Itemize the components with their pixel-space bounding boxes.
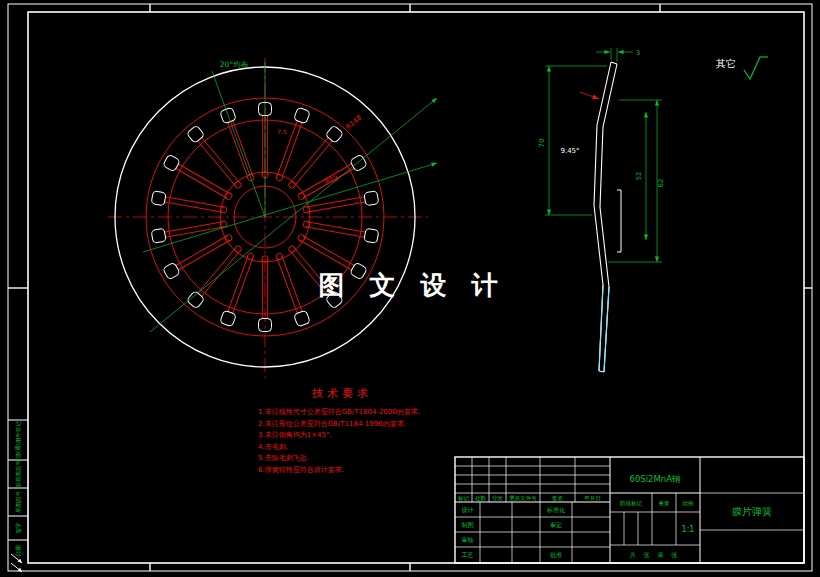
spring-slot <box>220 251 258 327</box>
spring-slot <box>163 154 235 203</box>
spring-slot <box>151 191 228 217</box>
profile-right-edge <box>600 64 617 372</box>
thickness-dim-label: 3 <box>636 49 640 57</box>
profile-left-edge <box>594 62 611 371</box>
watermark-text: 图 文 设 计 <box>318 270 505 300</box>
scale-value: 1:1 <box>682 525 695 534</box>
title-block: 60Si2MnA钢 膜片弹簧 1:1 标记 处数 分区 更改文件号 签名 年月日… <box>455 457 804 563</box>
approve-label: 批准 <box>550 551 562 559</box>
radius-dim-label: R52 <box>324 174 340 186</box>
stage-header: 重量 <box>659 500 671 506</box>
material-label: 60Si2MnA钢 <box>629 474 680 484</box>
width-dim-label: 7.5 <box>277 128 287 135</box>
cad-sheet: 借(通)用件登记 旧底图总号 底图总号 签字 日期 <box>0 0 820 577</box>
revision-header: 年月日 <box>584 495 601 502</box>
revision-header: 处数 <box>475 495 487 502</box>
stage-header: 比例 <box>683 500 694 507</box>
radius-dim-line <box>143 163 437 252</box>
surface-roughness-icon <box>744 57 768 79</box>
revision-header: 标记 <box>457 495 470 502</box>
spring-slot <box>272 251 310 327</box>
tech-requirement-item: 3.未注倒角均为1×45°. <box>258 430 332 439</box>
margin-strip-label: 借(通)用件登记 <box>14 421 22 459</box>
tech-requirement-item: 1.未注线性尺寸公差应符合GB/T1804-2000的要求. <box>258 407 420 416</box>
tech-requirement-item: 2.未注形位公差应符合GB/T1184-1996的要求. <box>258 419 406 428</box>
margin-strip-label: 底图总号 <box>15 491 22 514</box>
tech-requirement-item: 6.弹簧特性应符合设计要求. <box>258 465 344 474</box>
sign-label: 设计 <box>462 506 474 513</box>
spring-slot <box>272 107 310 183</box>
tech-requirement-item: 5.去除毛刺飞边. <box>258 454 309 462</box>
tech-requirements: 技术要求 1.未注线性尺寸公差应符合GB/T1804-2000的要求. 2.未注… <box>258 387 420 474</box>
outer-dim-label: 62 <box>657 179 665 188</box>
radius-dim-label: R148 <box>344 114 363 132</box>
spring-slot <box>163 231 235 280</box>
spring-slot <box>302 191 379 217</box>
height-dim-label: 70 <box>538 139 546 148</box>
margin-strip-label: 签字 <box>15 522 22 534</box>
side-view-section: 70 62 52 3 9.45° <box>538 48 665 372</box>
revision-header: 分区 <box>492 495 504 501</box>
front-view-diaphragm-spring: 20°均布 R148 R52 7.5 <box>108 58 437 378</box>
sheet-note: 共 张 第 张 <box>630 551 681 559</box>
approve-label: 审定 <box>550 521 562 529</box>
margin-strip-table: 借(通)用件登记 旧底图总号 底图总号 签字 日期 <box>8 420 28 557</box>
margin-strip-label: 旧底图总号 <box>15 460 22 488</box>
tech-requirement-item: 4.去毛刺. <box>258 443 288 451</box>
profile-highlight <box>599 285 603 371</box>
angle-dim-label: 20°均布 <box>220 60 249 69</box>
sign-label: 工艺 <box>462 551 474 558</box>
spring-slot <box>186 125 245 191</box>
revision-header: 签名 <box>552 495 563 502</box>
spring-slot <box>151 217 228 243</box>
spring-slot <box>302 217 379 243</box>
margin-strip-label: 日期 <box>15 545 22 557</box>
sign-label: 制图 <box>462 521 474 529</box>
surface-note: 其它 <box>716 57 768 79</box>
tech-requirements-title: 技术要求 <box>312 387 372 400</box>
profile-top-cap <box>611 62 617 64</box>
approve-label: 标准化 <box>546 506 565 514</box>
sign-label: 审核 <box>462 536 474 543</box>
profile-bottom-cap <box>599 371 604 372</box>
surface-note-label: 其它 <box>716 58 736 69</box>
inner-dim-label: 52 <box>635 172 643 180</box>
cone-angle-label: 9.45° <box>560 147 579 155</box>
stage-header: 阶段标记 <box>620 500 643 507</box>
spring-slot <box>186 243 245 309</box>
leader-arrow <box>580 92 599 99</box>
cad-drawing: 借(通)用件登记 旧底图总号 底图总号 签字 日期 <box>0 0 820 577</box>
angle-dim-line <box>212 71 265 217</box>
profile-highlight <box>604 287 609 372</box>
part-name-label: 膜片弹簧 <box>732 506 772 517</box>
revision-header: 更改文件号 <box>509 495 537 501</box>
